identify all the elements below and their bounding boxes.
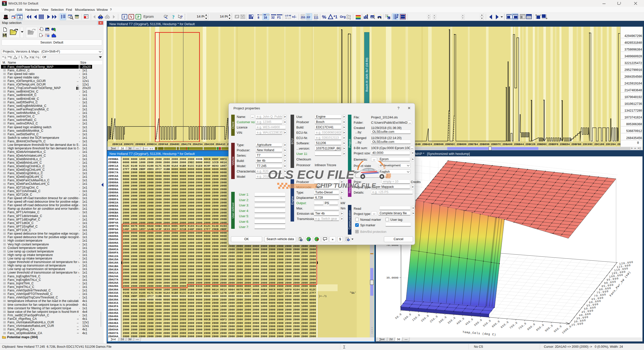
svg-text:100.0: 100.0 bbox=[403, 313, 412, 321]
svg-text:700.0: 700.0 bbox=[509, 321, 518, 330]
svg-text:200.0: 200.0 bbox=[420, 314, 430, 323]
svg-text:Org: Org bbox=[340, 15, 346, 19]
svg-text:950.0: 950.0 bbox=[553, 325, 562, 333]
svg-text:600.0: 600.0 bbox=[491, 320, 501, 328]
svg-text:500.0: 500.0 bbox=[473, 318, 483, 327]
svg-text:800.0: 800.0 bbox=[527, 323, 536, 331]
svg-text:?: ? bbox=[172, 14, 175, 20]
svg-text:5: 5 bbox=[4, 2, 5, 5]
svg-text:?: ? bbox=[181, 15, 183, 19]
svg-text:8: 8 bbox=[258, 16, 259, 19]
svg-text:SEE: SEE bbox=[301, 18, 305, 20]
svg-text:V: V bbox=[130, 15, 133, 19]
svg-text:400.0: 400.0 bbox=[456, 317, 465, 325]
svg-text:%: % bbox=[322, 14, 326, 20]
svg-text:850.0: 850.0 bbox=[536, 323, 545, 332]
svg-text:300.0: 300.0 bbox=[438, 316, 448, 324]
svg-text:F1: F1 bbox=[277, 16, 281, 19]
svg-text:650.0: 650.0 bbox=[500, 320, 509, 329]
svg-text:450.0: 450.0 bbox=[465, 318, 474, 326]
svg-text:350.0: 350.0 bbox=[447, 316, 456, 325]
svg-text:LO HI: LO HI bbox=[285, 14, 291, 17]
svg-text:HI LO: HI LO bbox=[285, 17, 291, 19]
svg-text:F: F bbox=[388, 17, 390, 19]
svg-text:+/-: +/- bbox=[292, 15, 296, 19]
svg-text:EE: EE bbox=[307, 18, 310, 20]
svg-text:50.0: 50.0 bbox=[395, 313, 403, 320]
svg-text:32: 32 bbox=[271, 16, 275, 19]
svg-text:550.0: 550.0 bbox=[482, 319, 492, 328]
svg-text:MHL: MHL bbox=[99, 18, 102, 20]
svg-text:Temp_Cels (deg C): Temp_Cels (deg C) bbox=[462, 330, 496, 336]
svg-text:900.0: 900.0 bbox=[544, 324, 554, 332]
svg-text:250.0: 250.0 bbox=[429, 315, 438, 323]
svg-text:F: F bbox=[124, 15, 126, 19]
svg-text:1000.0: 1000.0 bbox=[561, 325, 572, 335]
svg-text:35.0000: 35.0000 bbox=[386, 276, 398, 279]
svg-text:P: P bbox=[137, 15, 140, 19]
svg-text:*1: *1 bbox=[334, 15, 337, 19]
svg-text:16: 16 bbox=[264, 16, 267, 19]
svg-text:444: 444 bbox=[314, 18, 317, 20]
svg-text:150.0: 150.0 bbox=[412, 313, 421, 322]
svg-text:Org: Org bbox=[346, 17, 351, 20]
svg-text:750.0: 750.0 bbox=[518, 322, 527, 330]
